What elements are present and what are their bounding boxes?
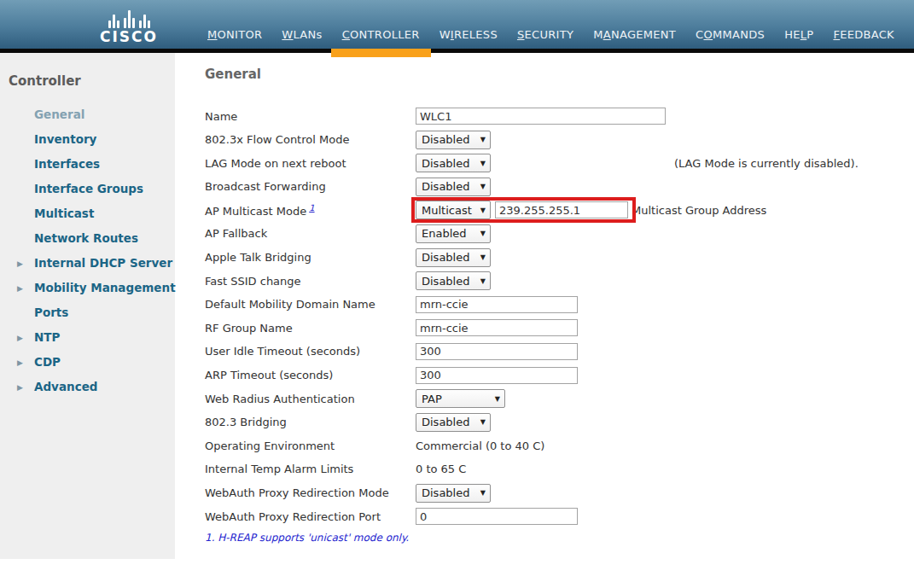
field-label: LAG Mode on next reboot	[205, 157, 416, 170]
sidebar-item-mobility-management[interactable]: ▶Mobility Management	[0, 276, 175, 300]
field-label: AP Multicast Mode1	[205, 203, 416, 218]
field-label: Web Radius Authentication	[205, 393, 416, 405]
select-value: Disabled	[422, 180, 469, 193]
sidebar-item-cdp[interactable]: ▶CDP	[0, 350, 175, 375]
expand-arrow-icon[interactable]: ▶	[17, 326, 23, 351]
field-control	[416, 367, 578, 384]
dropdown-caret-icon: ▼	[480, 207, 486, 214]
sidebar-item-label: Internal DHCP Server	[34, 256, 172, 270]
nav-feedback[interactable]: FEEDBACK	[833, 28, 894, 41]
field-control: Enabled▼	[416, 224, 491, 243]
field-label: Internal Temp Alarm Limits	[205, 463, 416, 475]
sidebar-item-general[interactable]: General	[0, 102, 175, 127]
ap-multicast-controls: Multicast▼	[416, 201, 628, 219]
dropdown-caret-icon: ▼	[495, 395, 500, 403]
footnote-ref-link[interactable]: 1	[309, 203, 314, 212]
field-label: Fast SSID change	[205, 275, 416, 288]
form-row-802-3x-flow-control-mode: 802.3x Flow Control ModeDisabled▼	[205, 131, 914, 148]
form-row-arp-timeout-seconds: ARP Timeout (seconds)	[205, 367, 914, 384]
field-control: 0 to 65 C	[416, 463, 466, 475]
ap-fallback-select[interactable]: Enabled▼	[416, 224, 491, 243]
lag-mode-on-next-reboot-select[interactable]: Disabled▼	[416, 154, 491, 172]
sidebar-item-network-routes[interactable]: Network Routes	[0, 226, 175, 251]
nav-controller[interactable]: CONTROLLER	[342, 28, 420, 41]
field-label: ARP Timeout (seconds)	[205, 369, 416, 381]
sidebar-item-ntp[interactable]: ▶NTP	[0, 325, 175, 350]
expand-arrow-icon[interactable]: ▶	[17, 376, 23, 400]
sidebar-item-label: Inventory	[34, 132, 96, 146]
user-idle-timeout-seconds-input[interactable]	[416, 343, 578, 360]
arp-timeout-seconds-input[interactable]	[416, 367, 578, 384]
sidebar-item-interfaces[interactable]: Interfaces	[0, 152, 175, 177]
sidebar-title: Controller	[0, 53, 175, 102]
form-row-802-3-bridging: 802.3 BridgingDisabled▼	[205, 414, 914, 431]
expand-arrow-icon[interactable]: ▶	[17, 252, 23, 277]
sidebar-item-label: CDP	[34, 355, 61, 369]
field-control: Multicast▼Multicast Group Address	[416, 201, 766, 219]
form-row-apple-talk-bridging: Apple Talk BridgingDisabled▼	[205, 249, 914, 266]
dropdown-caret-icon: ▼	[480, 418, 486, 426]
top-header: CISCO MONITORWLANsCONTROLLERWIRELESSSECU…	[0, 0, 914, 49]
fast-ssid-change-select[interactable]: Disabled▼	[416, 271, 491, 290]
form-row-lag-mode-on-next-reboot: LAG Mode on next rebootDisabled▼(LAG Mod…	[205, 154, 914, 172]
field-label: Apple Talk Bridging	[205, 251, 416, 264]
form-row-name: Name	[205, 108, 914, 125]
sidebar-item-internal-dhcp-server[interactable]: ▶Internal DHCP Server	[0, 251, 175, 276]
nav-management[interactable]: MANAGEMENT	[593, 28, 676, 41]
sidebar-item-label: General	[34, 108, 84, 121]
nav-monitor[interactable]: MONITOR	[207, 28, 262, 41]
nav-commands[interactable]: COMMANDS	[696, 28, 765, 41]
field-control	[416, 108, 666, 125]
general-form: Name802.3x Flow Control ModeDisabled▼LAG…	[205, 108, 914, 525]
sidebar-item-multicast[interactable]: Multicast	[0, 201, 175, 226]
dropdown-caret-icon: ▼	[480, 160, 486, 167]
cisco-bridge-icon	[108, 9, 150, 28]
select-value: Disabled	[422, 251, 469, 264]
field-control	[416, 319, 578, 336]
field-label: User Idle Timeout (seconds)	[205, 345, 416, 358]
expand-arrow-icon[interactable]: ▶	[17, 277, 23, 301]
field-label: 802.3x Flow Control Mode	[205, 133, 416, 146]
802-3x-flow-control-mode-select[interactable]: Disabled▼	[416, 131, 491, 149]
nav-help[interactable]: HELP	[784, 28, 813, 41]
field-label: Operating Environment	[205, 440, 416, 452]
dropdown-caret-icon: ▼	[480, 253, 486, 261]
field-control: PAP▼	[416, 389, 505, 408]
form-row-user-idle-timeout-seconds: User Idle Timeout (seconds)	[205, 343, 914, 360]
field-control: Disabled▼	[416, 484, 491, 503]
sidebar-item-label: Interface Groups	[34, 182, 143, 195]
field-label: Name	[205, 110, 416, 123]
form-row-broadcast-forwarding: Broadcast ForwardingDisabled▼	[205, 178, 914, 195]
field-label: Broadcast Forwarding	[205, 180, 416, 193]
sidebar-item-ports[interactable]: Ports	[0, 300, 175, 325]
select-value: Disabled	[422, 275, 469, 288]
sidebar-item-advanced[interactable]: ▶Advanced	[0, 375, 175, 399]
webauth-proxy-redirection-mode-select[interactable]: Disabled▼	[416, 484, 491, 503]
sidebar-nav: GeneralInventoryInterfacesInterface Grou…	[0, 102, 175, 399]
select-value: Disabled	[422, 486, 469, 499]
sidebar-item-interface-groups[interactable]: Interface Groups	[0, 177, 175, 201]
lag-mode-note: (LAG Mode is currently disabled).	[674, 157, 859, 170]
field-control: Disabled▼	[416, 271, 491, 290]
default-mobility-domain-name-input[interactable]	[416, 296, 578, 313]
field-label: 802.3 Bridging	[205, 416, 416, 428]
web-radius-authentication-select[interactable]: PAP▼	[416, 389, 505, 408]
multicast-group-address-input[interactable]	[495, 201, 628, 218]
form-row-operating-environment: Operating EnvironmentCommercial (0 to 40…	[205, 437, 914, 454]
internal-temp-alarm-limits-value: 0 to 65 C	[416, 463, 466, 475]
expand-arrow-icon[interactable]: ▶	[17, 351, 23, 376]
sidebar-item-label: NTP	[34, 330, 60, 344]
select-value: Enabled	[422, 227, 467, 240]
nav-security[interactable]: SECURITY	[517, 28, 573, 41]
nav-wlans[interactable]: WLANs	[282, 28, 322, 41]
field-label: WebAuth Proxy Redirection Mode	[205, 486, 416, 499]
802-3-bridging-select[interactable]: Disabled▼	[416, 413, 491, 432]
ap-multicast-mode-select[interactable]: Multicast▼	[416, 201, 491, 219]
apple-talk-bridging-select[interactable]: Disabled▼	[416, 248, 491, 267]
name-input[interactable]	[416, 108, 666, 125]
nav-wireless[interactable]: WIRELESS	[440, 28, 498, 41]
webauth-proxy-redirection-port-input[interactable]	[416, 508, 578, 525]
broadcast-forwarding-select[interactable]: Disabled▼	[416, 178, 491, 196]
rf-group-name-input[interactable]	[416, 319, 578, 336]
sidebar-item-inventory[interactable]: Inventory	[0, 127, 175, 152]
